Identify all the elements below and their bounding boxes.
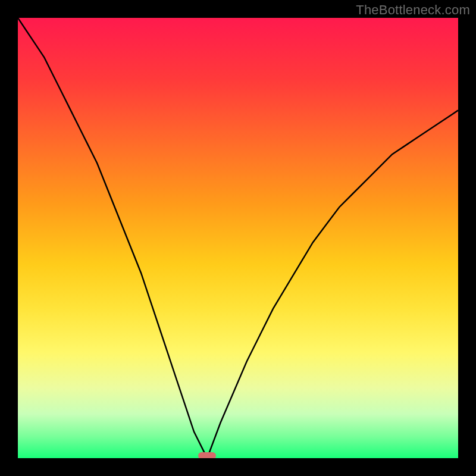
optimum-marker (198, 452, 216, 458)
curve-left-branch (18, 18, 207, 458)
watermark-text: TheBottleneck.com (356, 2, 470, 18)
bottleneck-curve (18, 18, 458, 458)
chart-frame: TheBottleneck.com (0, 0, 476, 476)
curve-right-branch (207, 110, 458, 458)
plot-area (18, 18, 458, 458)
